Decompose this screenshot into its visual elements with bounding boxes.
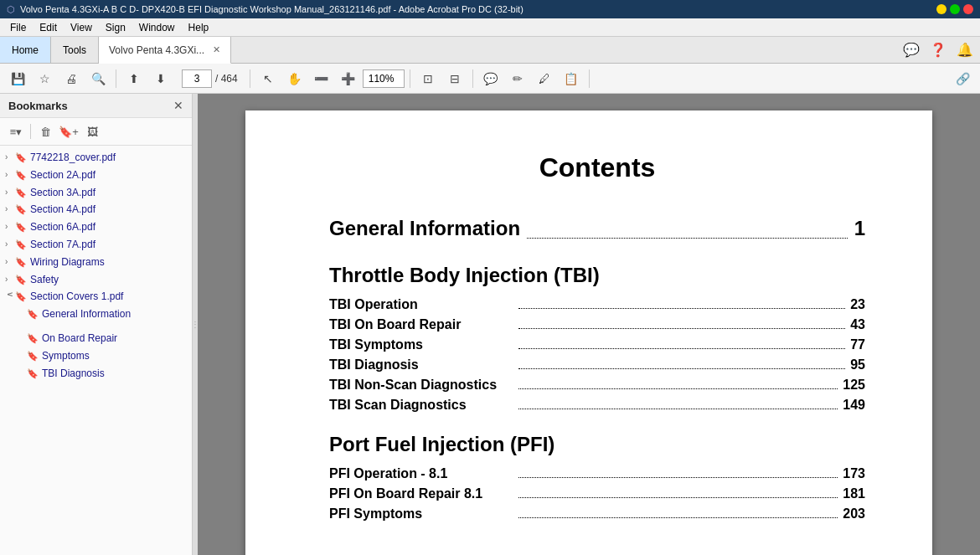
- bookmark-item-obr[interactable]: 🔖 On Board Repair: [0, 330, 192, 347]
- edit-button[interactable]: ✏: [505, 67, 530, 90]
- bm-arrow-wiring: ›: [5, 256, 15, 268]
- toc-tbi-nonscan-dots: [518, 388, 838, 389]
- bm-label-sec2a: Section 2A.pdf: [30, 168, 185, 182]
- toc-section-tbi-title: Throttle Body Injection (TBI): [329, 264, 865, 287]
- tab-home[interactable]: Home: [0, 37, 51, 63]
- left-panel: Bookmarks ✕ ≡▾ 🗑 🔖+ 🖼 › 🔖 7742218_cover.…: [0, 94, 193, 555]
- toc-tbi-symptoms-page: 77: [850, 337, 865, 352]
- bookmark-item-safety[interactable]: › 🔖 Safety: [0, 271, 192, 289]
- close-button[interactable]: [963, 4, 973, 14]
- menu-window[interactable]: Window: [132, 20, 182, 35]
- zoom-out-button[interactable]: ➖: [309, 67, 334, 90]
- menu-help[interactable]: Help: [182, 20, 216, 35]
- toc-pfi-operation-page: 173: [843, 466, 865, 481]
- toc-tbi-obr[interactable]: TBI On Board Repair 43: [329, 317, 865, 332]
- tab-document[interactable]: Volvo Penta 4.3GXi... ✕: [99, 37, 231, 64]
- bm-label-obr: On Board Repair: [42, 331, 185, 346]
- bm-bookmark-icon-symptoms: 🔖: [27, 350, 39, 362]
- bookmark-item-sec6a[interactable]: › 🔖 Section 6A.pdf: [0, 218, 192, 236]
- pdf-page: Contents General Information 1 Throttle …: [245, 110, 932, 555]
- tab-bar: Home Tools Volvo Penta 4.3GXi... ✕ 💬 ❓ 🔔: [0, 37, 980, 64]
- toc-tbi-operation[interactable]: TBI Operation 23: [329, 297, 865, 312]
- bookmark-item-wiring[interactable]: › 🔖 Wiring Diagrams: [0, 254, 192, 271]
- toc-tbi-diagnosis[interactable]: TBI Diagnosis 95: [329, 357, 865, 373]
- toc-pfi-obr-label: PFI On Board Repair 8.1: [329, 486, 513, 501]
- notification-icon[interactable]: 🔔: [957, 42, 973, 58]
- toc-main-geninfo-dots: [527, 224, 848, 239]
- tab-tools[interactable]: Tools: [51, 37, 99, 63]
- toc-tbi-scan-label: TBI Scan Diagnostics: [329, 398, 513, 413]
- bm-bookmark-icon-2a: 🔖: [15, 169, 27, 182]
- bm-arrow-seccovers: ∨: [4, 291, 16, 301]
- prev-page-button[interactable]: ⬆: [121, 67, 147, 90]
- toc-tbi-symptoms-dots: [518, 348, 845, 349]
- toc-tbi-scan[interactable]: TBI Scan Diagnostics 149: [329, 398, 865, 413]
- bookmark-item-sec3a[interactable]: › 🔖 Section 3A.pdf: [0, 184, 192, 202]
- save-button[interactable]: 💾: [5, 67, 30, 90]
- toc-tbi-nonscan-page: 125: [843, 378, 865, 393]
- comment-button[interactable]: 💬: [478, 67, 503, 90]
- bookmark-item-cover[interactable]: › 🔖 7742218_cover.pdf: [0, 149, 192, 167]
- toc-pfi-operation-label: PFI Operation - 8.1: [329, 466, 513, 481]
- minimize-button[interactable]: [936, 4, 946, 14]
- menu-view[interactable]: View: [64, 20, 99, 35]
- toc-main-geninfo-page: 1: [854, 217, 865, 240]
- zoom-level[interactable]: 110%: [363, 69, 405, 88]
- bookmark-item-sec2a[interactable]: › 🔖 Section 2A.pdf: [0, 167, 192, 184]
- bm-label-sec3a: Section 3A.pdf: [30, 186, 185, 200]
- toc-tbi-nonscan[interactable]: TBI Non-Scan Diagnostics 125: [329, 378, 865, 393]
- page-total: / 464: [215, 73, 238, 85]
- main-area: Bookmarks ✕ ≡▾ 🗑 🔖+ 🖼 › 🔖 7742218_cover.…: [0, 94, 980, 555]
- bm-new-button[interactable]: 🔖+: [58, 121, 80, 141]
- toc-main-geninfo[interactable]: General Information 1: [329, 217, 865, 244]
- print-button[interactable]: 🖨: [59, 67, 84, 90]
- toc-pfi-symptoms[interactable]: PFI Symptoms 203: [329, 506, 865, 522]
- toc-tbi-diagnosis-label: TBI Diagnosis: [329, 357, 513, 373]
- tab-close-button[interactable]: ✕: [213, 44, 220, 55]
- bookmark-item-seccovers[interactable]: ∨ 🔖 Section Covers 1.pdf: [0, 288, 192, 306]
- bm-bookmark-icon-3a: 🔖: [15, 187, 27, 199]
- tab-bar-right: 💬 ❓ 🔔: [903, 37, 980, 63]
- bm-label-geninfo: General Information: [42, 307, 185, 321]
- zoom-in-button[interactable]: ➕: [336, 67, 361, 90]
- window-title: Volvo Penta 4.3GXi-A B C D- DPX420-B EFI…: [20, 4, 524, 14]
- bm-delete-button[interactable]: 🗑: [34, 121, 56, 141]
- toc-tbi-operation-dots: [518, 308, 845, 309]
- markup-button[interactable]: 🖊: [532, 67, 557, 90]
- pan-tool[interactable]: ✋: [282, 67, 307, 90]
- bookmark-item-sec7a[interactable]: › 🔖 Section 7A.pdf: [0, 236, 192, 254]
- menu-file[interactable]: File: [3, 20, 33, 35]
- toc-tbi-nonscan-label: TBI Non-Scan Diagnostics: [329, 378, 513, 393]
- search-button[interactable]: 🔍: [85, 67, 111, 90]
- bookmark-page-button[interactable]: ☆: [32, 67, 57, 90]
- cursor-tool[interactable]: ↖: [255, 67, 281, 90]
- toc-pfi-obr[interactable]: PFI On Board Repair 8.1 181: [329, 486, 865, 501]
- toolbar-right: 🔗: [950, 67, 975, 90]
- bm-bookmark-icon-6a: 🔖: [15, 221, 27, 234]
- bm-bookmark-icon-tbidiag: 🔖: [27, 367, 39, 380]
- fit-page-button[interactable]: ⊡: [415, 67, 441, 90]
- toc-tbi-symptoms[interactable]: TBI Symptoms 77: [329, 337, 865, 352]
- toc-pfi-operation[interactable]: PFI Operation - 8.1 173: [329, 466, 865, 481]
- bm-options-button[interactable]: ≡▾: [5, 121, 27, 141]
- bookmark-toolbar: ≡▾ 🗑 🔖+ 🖼: [0, 118, 192, 146]
- share-button[interactable]: 🔗: [950, 67, 975, 90]
- toc-tbi-operation-page: 23: [850, 297, 865, 312]
- bm-arrow-sec7a: ›: [5, 239, 15, 250]
- bookmark-item-tbidiag[interactable]: 🔖 TBI Diagnosis: [0, 365, 192, 383]
- chat-icon[interactable]: 💬: [903, 42, 920, 58]
- bookmark-item-geninfo[interactable]: 🔖 General Information: [0, 306, 192, 323]
- fit-width-button[interactable]: ⊟: [442, 67, 467, 90]
- help-icon[interactable]: ❓: [930, 42, 946, 58]
- maximize-button[interactable]: [950, 4, 960, 14]
- menu-sign[interactable]: Sign: [99, 20, 132, 35]
- panel-close-button[interactable]: ✕: [173, 99, 183, 112]
- bookmark-item-sec4a[interactable]: › 🔖 Section 4A.pdf: [0, 201, 192, 218]
- menu-edit[interactable]: Edit: [33, 20, 64, 35]
- page-input[interactable]: [182, 69, 212, 88]
- stamp-button[interactable]: 📋: [559, 67, 584, 90]
- next-page-button[interactable]: ⬇: [148, 67, 173, 90]
- bm-arrow-cover: ›: [5, 152, 15, 163]
- bookmark-item-symptoms[interactable]: 🔖 Symptoms: [0, 347, 192, 365]
- bm-properties-button[interactable]: 🖼: [81, 121, 103, 141]
